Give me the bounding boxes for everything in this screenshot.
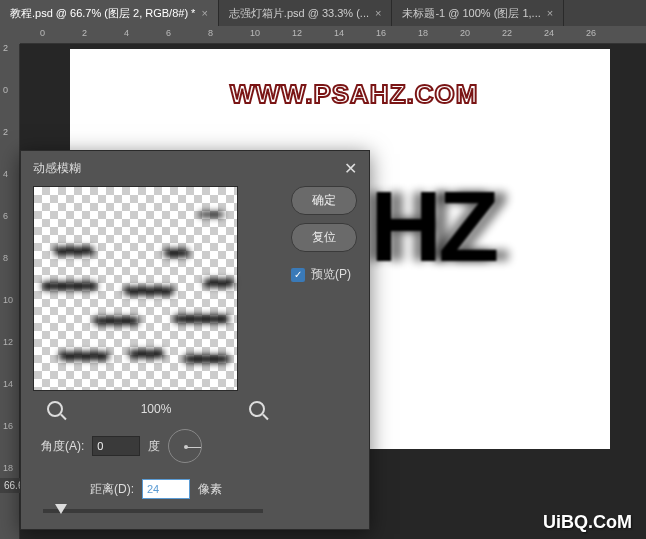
tab-2[interactable]: 未标题-1 @ 100% (图层 1,... ×	[392, 0, 564, 26]
tab-label: 志强灯箱片.psd @ 33.3% (...	[229, 6, 369, 21]
zoom-in-icon[interactable]	[249, 401, 265, 417]
tab-1[interactable]: 志强灯箱片.psd @ 33.3% (... ×	[219, 0, 393, 26]
ok-button[interactable]: 确定	[291, 186, 357, 215]
tab-0[interactable]: 教程.psd @ 66.7% (图层 2, RGB/8#) * ×	[0, 0, 219, 26]
dialog-titlebar[interactable]: 动感模糊 ✕	[21, 151, 369, 186]
watermark: WWW.PSAHZ.COM	[230, 79, 478, 110]
brand-watermark: UiBQ.CoM	[543, 512, 632, 533]
slider-thumb[interactable]	[55, 504, 67, 514]
dialog-title: 动感模糊	[33, 160, 81, 177]
zoom-out-icon[interactable]	[47, 401, 63, 417]
preview-label: 预览(P)	[311, 266, 351, 283]
preview-checkbox[interactable]: ✓	[291, 268, 305, 282]
ruler-vertical: 2 0 2 4 6 8 10 12 14 16 18	[0, 44, 20, 539]
effect-preview[interactable]	[33, 186, 238, 391]
distance-input[interactable]	[142, 479, 190, 499]
close-icon[interactable]: ×	[375, 7, 381, 19]
motion-blur-text: HZ	[370, 169, 495, 284]
close-icon[interactable]: ✕	[344, 159, 357, 178]
document-tabs: 教程.psd @ 66.7% (图层 2, RGB/8#) * × 志强灯箱片.…	[0, 0, 646, 26]
preview-zoom: 100%	[141, 402, 172, 416]
distance-unit: 像素	[198, 481, 222, 498]
tab-label: 未标题-1 @ 100% (图层 1,...	[402, 6, 540, 21]
distance-label: 距离(D):	[90, 481, 134, 498]
motion-blur-dialog: 动感模糊 ✕ 100% 角度(A)	[20, 150, 370, 530]
close-icon[interactable]: ×	[201, 7, 207, 19]
reset-button[interactable]: 复位	[291, 223, 357, 252]
angle-label: 角度(A):	[41, 438, 84, 455]
ruler-horizontal: 0 2 4 6 8 10 12 14 16 18 20 22 24 26	[20, 26, 646, 44]
tab-label: 教程.psd @ 66.7% (图层 2, RGB/8#) *	[10, 6, 195, 21]
angle-unit: 度	[148, 438, 160, 455]
angle-dial[interactable]	[168, 429, 202, 463]
close-icon[interactable]: ×	[547, 7, 553, 19]
distance-slider[interactable]	[43, 509, 263, 513]
angle-input[interactable]	[92, 436, 140, 456]
